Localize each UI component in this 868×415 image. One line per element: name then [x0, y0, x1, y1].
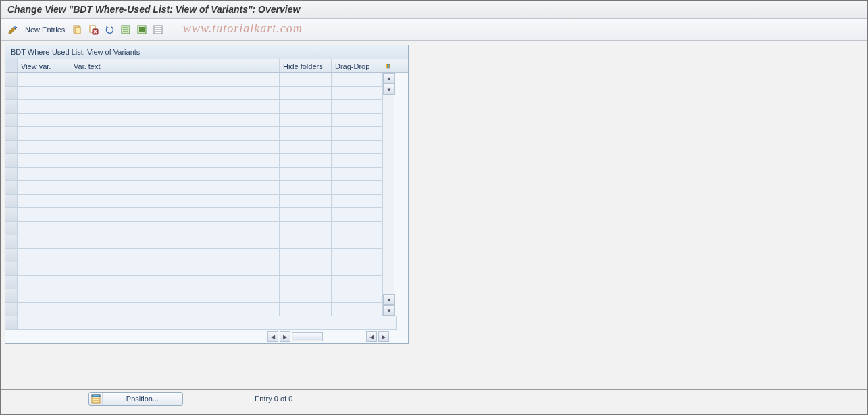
cell-view-var[interactable] [18, 222, 70, 235]
cell-view-var[interactable] [18, 127, 70, 141]
cell-hide-folders[interactable] [280, 127, 332, 141]
toggle-edit-icon[interactable] [6, 23, 20, 36]
cell-view-var[interactable] [18, 154, 70, 168]
cell-hide-folders[interactable] [280, 195, 332, 208]
cell-drag-drop[interactable] [332, 114, 382, 127]
row-selector[interactable] [5, 168, 18, 181]
row-selector[interactable] [5, 141, 18, 154]
cell-hide-folders[interactable] [280, 87, 332, 100]
select-block-icon[interactable] [135, 23, 149, 36]
cell-var-text[interactable] [70, 289, 280, 303]
cell-view-var[interactable] [18, 289, 70, 303]
cell-drag-drop[interactable] [332, 235, 382, 249]
scroll-up-bottom-icon[interactable]: ▲ [383, 294, 395, 305]
cell-var-text[interactable] [70, 127, 280, 141]
cell-var-text[interactable] [70, 276, 280, 289]
cell-var-text[interactable] [70, 262, 280, 276]
cell-view-var[interactable] [18, 276, 70, 289]
cell-drag-drop[interactable] [332, 208, 382, 222]
cell-drag-drop[interactable] [332, 73, 382, 87]
cell-hide-folders[interactable] [280, 262, 332, 276]
row-selector[interactable] [5, 303, 18, 316]
scroll-right-icon[interactable]: ▶ [280, 331, 290, 342]
cell-hide-folders[interactable] [280, 235, 332, 249]
cell-var-text[interactable] [70, 114, 280, 127]
cell-view-var[interactable] [18, 262, 70, 276]
row-selector[interactable] [5, 276, 18, 289]
cell-drag-drop[interactable] [332, 154, 382, 168]
cell-var-text[interactable] [70, 73, 280, 87]
row-selector[interactable] [5, 262, 18, 276]
scrollbar-horizontal[interactable]: ◀ ▶ ◀ ▶ [5, 330, 408, 343]
cell-view-var[interactable] [18, 303, 70, 316]
scrollbar-vertical[interactable]: ▲ ▼ ▲ ▼ [382, 73, 394, 316]
cell-drag-drop[interactable] [332, 87, 382, 100]
select-all-icon[interactable] [119, 23, 132, 36]
cell-var-text[interactable] [70, 154, 280, 168]
cell-drag-drop[interactable] [332, 262, 382, 276]
row-selector[interactable] [5, 289, 18, 303]
cell-var-text[interactable] [70, 87, 280, 100]
row-selector[interactable] [5, 87, 18, 100]
cell-var-text[interactable] [70, 208, 280, 222]
row-selector[interactable] [5, 222, 18, 235]
scroll-down-icon[interactable]: ▼ [383, 84, 395, 95]
row-selector[interactable] [5, 249, 18, 262]
scroll-left2-icon[interactable]: ◀ [366, 331, 377, 342]
cell-hide-folders[interactable] [280, 276, 332, 289]
cell-drag-drop[interactable] [332, 276, 382, 289]
scroll-down-bottom-icon[interactable]: ▼ [383, 305, 395, 316]
cell-view-var[interactable] [18, 249, 70, 262]
cell-var-text[interactable] [70, 195, 280, 208]
undo-icon[interactable] [103, 23, 116, 36]
column-header-drag-drop[interactable]: Drag-Drop [332, 59, 382, 72]
cell-view-var[interactable] [18, 168, 70, 181]
cell-hide-folders[interactable] [280, 249, 332, 262]
cell-hide-folders[interactable] [280, 168, 332, 181]
cell-var-text[interactable] [70, 303, 280, 316]
cell-hide-folders[interactable] [280, 154, 332, 168]
cell-drag-drop[interactable] [332, 289, 382, 303]
cell-var-text[interactable] [70, 235, 280, 249]
position-button[interactable]: Position... [88, 392, 183, 406]
cell-hide-folders[interactable] [280, 303, 332, 316]
row-selector[interactable] [5, 127, 18, 141]
cell-hide-folders[interactable] [280, 114, 332, 127]
delete-icon[interactable] [86, 23, 100, 36]
row-selector[interactable] [5, 73, 18, 87]
cell-hide-folders[interactable] [280, 141, 332, 154]
scroll-left-icon[interactable]: ◀ [267, 331, 278, 342]
cell-hide-folders[interactable] [280, 73, 332, 87]
cell-hide-folders[interactable] [280, 181, 332, 195]
row-selector-footer[interactable] [5, 316, 18, 330]
row-selector[interactable] [5, 154, 18, 168]
cell-var-text[interactable] [70, 181, 280, 195]
column-header-view-var[interactable]: View var. [18, 59, 70, 72]
cell-drag-drop[interactable] [332, 303, 382, 316]
column-header-var-text[interactable]: Var. text [70, 59, 280, 72]
row-selector[interactable] [5, 195, 18, 208]
row-selector[interactable] [5, 181, 18, 195]
cell-view-var[interactable] [18, 141, 70, 154]
scroll-right2-icon[interactable]: ▶ [378, 331, 389, 342]
scroll-track[interactable] [292, 332, 323, 341]
cell-view-var[interactable] [18, 195, 70, 208]
deselect-all-icon[interactable] [151, 23, 165, 36]
copy-icon[interactable] [70, 23, 84, 36]
cell-drag-drop[interactable] [332, 168, 382, 181]
row-selector[interactable] [5, 208, 18, 222]
new-entries-button[interactable]: New Entries [22, 24, 68, 35]
row-selector[interactable] [5, 100, 18, 114]
cell-drag-drop[interactable] [332, 195, 382, 208]
cell-drag-drop[interactable] [332, 141, 382, 154]
cell-var-text[interactable] [70, 141, 280, 154]
cell-view-var[interactable] [18, 100, 70, 114]
cell-drag-drop[interactable] [332, 181, 382, 195]
cell-hide-folders[interactable] [280, 289, 332, 303]
cell-view-var[interactable] [18, 235, 70, 249]
cell-hide-folders[interactable] [280, 222, 332, 235]
cell-view-var[interactable] [18, 114, 70, 127]
cell-var-text[interactable] [70, 222, 280, 235]
cell-var-text[interactable] [70, 249, 280, 262]
scroll-up-icon[interactable]: ▲ [383, 73, 395, 84]
